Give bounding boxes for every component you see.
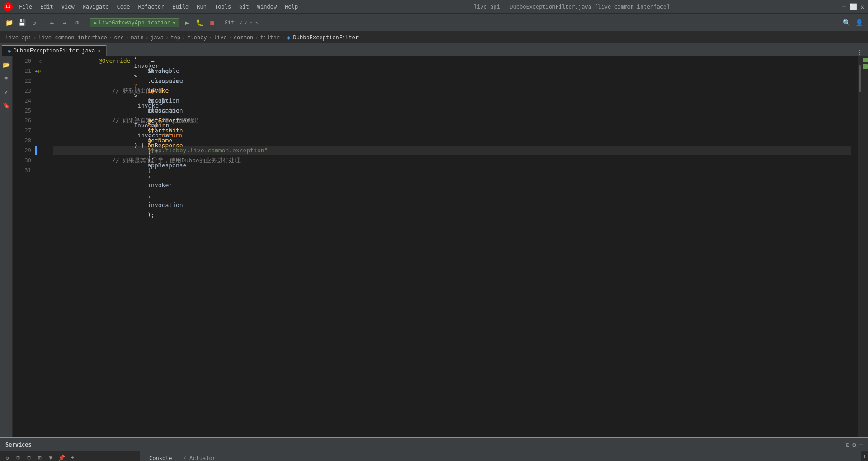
menu-build[interactable]: Build xyxy=(169,3,192,11)
sep2 xyxy=(86,18,86,27)
breadcrumb-live-api[interactable]: live-api xyxy=(5,34,32,41)
tab-label: DubboExceptionFilter.java xyxy=(14,47,95,54)
breadcrumb-src[interactable]: src xyxy=(114,34,124,41)
breadcrumb-top[interactable]: top xyxy=(170,34,180,41)
sep4 xyxy=(261,18,261,27)
breadcrumb: live-api › live-common-interface › src ›… xyxy=(0,32,868,43)
structure-icon[interactable]: ≡ xyxy=(1,73,11,83)
maximize-button[interactable]: ⬜ xyxy=(849,3,857,10)
forward-btn[interactable]: → xyxy=(59,17,70,28)
services-body: ↺ ⊞ ⊟ ⊞ ▼ 📌 + ▾ 🍃 Spring Boot ▾ ▶ Runnin… xyxy=(0,451,868,461)
app-logo: IJ xyxy=(4,2,13,11)
console-tabs: Console ⚡ Actuator xyxy=(140,451,861,461)
scrollbar-thumb[interactable] xyxy=(859,65,861,92)
services-right-tools: ↑ ↑ ↓ ↓ xyxy=(861,451,868,461)
menu-tools[interactable]: Tools xyxy=(211,3,235,11)
services-settings-icon[interactable]: ⚙ xyxy=(846,441,849,448)
menu-view[interactable]: View xyxy=(58,3,78,11)
gutter: ⊖ ● @ xyxy=(35,56,46,437)
menu-code[interactable]: Code xyxy=(113,3,134,11)
breadcrumb-common[interactable]: common xyxy=(234,34,253,41)
code-editor: 20 21 22 23 24 25 26 27 28 29 30 31 ⊖ ● … xyxy=(13,56,862,437)
line-numbers: 20 21 22 23 24 25 26 27 28 29 30 31 xyxy=(13,56,35,437)
menu-git[interactable]: Git xyxy=(236,3,253,11)
sep3 xyxy=(221,18,221,27)
search-btn[interactable]: 🔍 xyxy=(841,17,852,28)
editor-settings-icon[interactable]: ⋮ xyxy=(857,49,863,56)
project-icon[interactable]: 📂 xyxy=(1,60,11,70)
menu-refactor[interactable]: Refactor xyxy=(134,3,168,11)
services-reload-btn[interactable]: ↺ xyxy=(3,453,12,461)
services-minimize-icon[interactable]: ─ xyxy=(859,441,863,448)
menu-file[interactable]: File xyxy=(15,3,36,11)
minimize-button[interactable]: ─ xyxy=(842,3,845,10)
services-header: Services ⚙ ⚙ ─ xyxy=(0,438,868,451)
menu-help[interactable]: Help xyxy=(281,3,302,11)
breadcrumb-live-common-interface[interactable]: live-common-interface xyxy=(38,34,107,41)
breadcrumb-filter[interactable]: filter xyxy=(260,34,279,41)
profile-btn[interactable]: 👤 xyxy=(854,17,864,28)
tab-actuator[interactable]: ⚡ Actuator xyxy=(178,453,221,461)
back-btn[interactable]: ← xyxy=(47,17,57,28)
git-section: Git: ✓ ✓ ↑ ↺ xyxy=(224,19,258,26)
tab-console[interactable]: Console xyxy=(144,453,178,461)
git-check-icon: ✓ xyxy=(239,19,242,26)
titlebar: IJ File Edit View Navigate Code Refactor… xyxy=(0,0,868,14)
window-title: live-api – DubboExceptionFilter.java [li… xyxy=(302,4,842,10)
sep1 xyxy=(43,18,43,27)
services-gear-icon[interactable]: ⚙ xyxy=(852,441,856,448)
bookmarks-icon[interactable]: 🔖 xyxy=(1,100,11,110)
stop-btn[interactable]: ■ xyxy=(207,17,217,28)
file-icon: ◉ xyxy=(287,34,290,41)
services-collapse-btn[interactable]: ⊟ xyxy=(24,453,33,461)
services-group-btn[interactable]: ⊞ xyxy=(35,453,44,461)
services-add-btn[interactable]: + xyxy=(68,453,77,461)
code-line-31: super . onResponse ( appResponse , invok… xyxy=(53,165,851,175)
lint-success-indicator xyxy=(863,58,868,62)
nav-btn[interactable]: ⊕ xyxy=(72,17,83,28)
services-panel: Services ⚙ ⚙ ─ ↺ ⊞ ⊟ ⊞ ▼ 📌 + ▾ 🍃 Spring … xyxy=(0,437,868,461)
refresh-btn[interactable]: ↺ xyxy=(29,17,40,28)
tab-dubbo-exception-filter[interactable]: ◉ DubboExceptionFilter.java × xyxy=(2,45,107,56)
breadcrumb-flobby[interactable]: flobby xyxy=(187,34,207,41)
open-btn[interactable]: 📁 xyxy=(4,17,14,28)
menu-window[interactable]: Window xyxy=(254,3,280,11)
run-btn[interactable]: ▶ xyxy=(181,17,192,28)
menu-edit[interactable]: Edit xyxy=(37,3,57,11)
services-tool-icon1[interactable]: ↑ xyxy=(863,453,866,459)
tab-close-btn[interactable]: × xyxy=(98,48,101,54)
console-area: Console ⚡ Actuator [2023-12-04 14:02:06.… xyxy=(140,451,861,461)
menu-navigate[interactable]: Navigate xyxy=(79,3,113,11)
editor-scrollbar[interactable] xyxy=(858,56,862,437)
toolbar: 📁 💾 ↺ ← → ⊕ ▶ LiveGatewayApplication ▾ ▶… xyxy=(0,14,868,32)
close-button[interactable]: ✕ xyxy=(861,3,864,10)
breadcrumb-main[interactable]: main xyxy=(131,34,144,41)
run-config-selector[interactable]: ▶ LiveGatewayApplication ▾ xyxy=(90,18,179,27)
left-sidebar: 📂 ≡ ✔ 🔖 xyxy=(0,56,13,437)
code-content[interactable]: @Override public void onResponse ( Resul… xyxy=(46,56,858,437)
save-btn[interactable]: 💾 xyxy=(16,17,27,28)
git-push-icon[interactable]: ↑ xyxy=(250,19,253,26)
titlebar-left: IJ File Edit View Navigate Code Refactor… xyxy=(4,2,302,11)
lint-success-indicator2 xyxy=(863,64,868,69)
git-label: Git: xyxy=(224,19,237,26)
tab-file-icon: ◉ xyxy=(8,48,11,54)
services-filter-btn[interactable]: ▼ xyxy=(46,453,55,461)
editor-right-gutter xyxy=(862,56,868,437)
services-panel-title: Services xyxy=(5,442,32,448)
breadcrumb-live[interactable]: live xyxy=(214,34,227,41)
services-pin-btn[interactable]: 📌 xyxy=(57,453,66,461)
menu-run[interactable]: Run xyxy=(193,3,210,11)
run-config-icon: ▶ xyxy=(94,19,97,26)
services-expand-btn[interactable]: ⊞ xyxy=(14,453,23,461)
breadcrumb-java[interactable]: java xyxy=(151,34,164,41)
breadcrumb-current-file: ◉ DubboExceptionFilter xyxy=(287,34,359,41)
git-history-icon[interactable]: ↺ xyxy=(255,19,258,26)
debug-btn[interactable]: 🐛 xyxy=(194,17,205,28)
services-tree: ↺ ⊞ ⊟ ⊞ ▼ 📌 + ▾ 🍃 Spring Boot ▾ ▶ Runnin… xyxy=(0,451,140,461)
services-tree-toolbar: ↺ ⊞ ⊟ ⊞ ▼ 📌 + xyxy=(0,451,140,461)
commit-icon[interactable]: ✔ xyxy=(1,87,11,97)
services-header-icons: ⚙ ⚙ ─ xyxy=(846,441,863,448)
git-check2-icon: ✓ xyxy=(245,19,248,26)
main-area: 📂 ≡ ✔ 🔖 20 21 22 23 24 25 26 27 28 29 30… xyxy=(0,56,868,437)
